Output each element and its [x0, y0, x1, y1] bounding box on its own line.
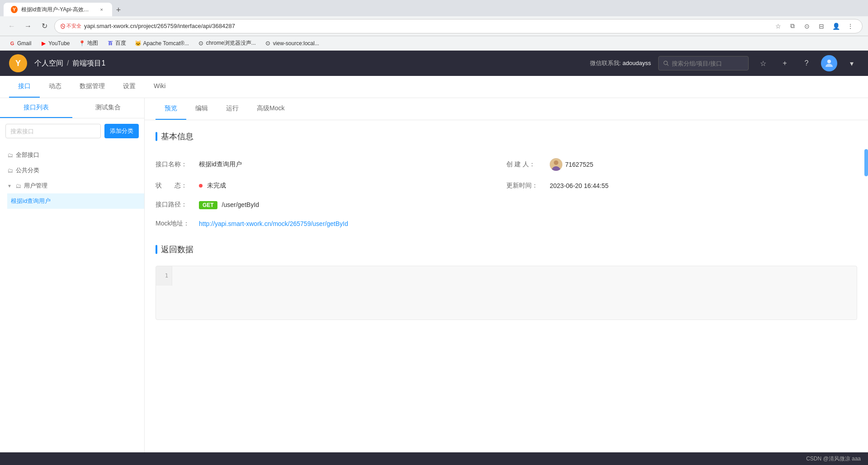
mock-label: Mock地址：: [156, 220, 192, 228]
tab-title: 根据id查询用户-YApi-高效、易...: [21, 6, 93, 14]
app-header: Y 个人空间 / 前端项目1 微信联系我: adoudayss ☆ + ?: [0, 51, 868, 76]
basic-info-grid: 接口名称： 根据id查询用户 创 建 人： 71627525: [156, 153, 857, 233]
breadcrumb-part1: 个人空间: [34, 59, 63, 68]
info-row-mock: Mock地址： http://yapi.smart-xwork.cn/mock/…: [156, 214, 857, 233]
wechat-contact: 微信联系我: adoudayss: [590, 59, 651, 67]
line-numbers: 1: [156, 266, 172, 286]
bookmark-baidu[interactable]: 百 百度: [104, 38, 130, 49]
nav-item-settings[interactable]: 设置: [114, 76, 145, 98]
help-button[interactable]: ?: [799, 56, 814, 70]
bookmark-youtube[interactable]: ▶ YouTube: [37, 38, 73, 48]
breadcrumb-separator: /: [67, 59, 69, 67]
tree-item-all-apis[interactable]: 🗂 全部接口: [0, 147, 144, 163]
sidebar-tabs: 接口列表 测试集合: [0, 98, 144, 118]
creator-avatar: [550, 158, 562, 171]
header-right: 微信联系我: adoudayss ☆ + ? ▾: [590, 55, 859, 71]
info-row-path: 接口路径： GET /user/getById: [156, 195, 506, 214]
panel-tab-preview[interactable]: 预览: [156, 98, 186, 120]
bookmark-chrome-browser[interactable]: ⊙ chrome浏览器没声...: [194, 38, 259, 49]
gmail-icon: G: [9, 40, 15, 47]
bookmark-maps[interactable]: 📍 地图: [75, 38, 102, 49]
mock-url[interactable]: http://yapi.smart-xwork.cn/mock/265759/u…: [199, 220, 348, 227]
bookmark-gmail[interactable]: G Gmail: [5, 38, 35, 48]
breadcrumb: 个人空间 / 前端项目1: [34, 59, 105, 68]
bookmark-view-source[interactable]: ⊙ view-source:local...: [261, 38, 323, 48]
url-text: yapi.smart-xwork.cn/project/265759/inter…: [84, 23, 235, 29]
tree-item-label: 根据id查询用户: [11, 197, 51, 205]
bookmark-tomcat[interactable]: 🐱 Apache Tomcat®...: [132, 38, 193, 48]
active-tab[interactable]: Y 根据id查询用户-YApi-高效、易... ×: [4, 3, 112, 16]
tree-item-public[interactable]: 🗂 公共分类: [0, 163, 144, 178]
address-bar: ← → ↻ 不安全 yapi.smart-xwork.cn/project/26…: [0, 16, 868, 36]
bookmark-star-button[interactable]: ☆: [772, 20, 784, 33]
dropdown-arrow[interactable]: ▾: [844, 56, 859, 70]
split-screen-button[interactable]: ⊟: [815, 20, 828, 33]
sidebar-tab-test-suite[interactable]: 测试集合: [72, 98, 145, 118]
main-nav: 接口 动态 数据管理 设置 Wiki: [0, 76, 868, 98]
search-icon: [663, 60, 669, 66]
back-button[interactable]: ←: [5, 20, 18, 33]
basic-info-section-title: 基本信息: [156, 131, 857, 142]
content-area: 接口列表 测试集合 添加分类 🗂 全部接口 🗂 公共分类: [0, 98, 868, 452]
svg-point-1: [664, 61, 667, 65]
tab-close-button[interactable]: ×: [98, 6, 105, 13]
extensions-button[interactable]: ⧉: [786, 20, 799, 33]
panel-tabs: 预览 编辑 运行 高级Mock: [145, 98, 868, 120]
star-button[interactable]: ☆: [756, 56, 770, 70]
panel-tab-edit[interactable]: 编辑: [186, 98, 217, 120]
sidebar-search-area: 添加分类: [0, 118, 144, 144]
maps-icon: 📍: [79, 40, 85, 47]
bookmarks-bar: G Gmail ▶ YouTube 📍 地图 百 百度 🐱 Apache Tom…: [0, 36, 868, 51]
svg-line-0: [62, 25, 64, 27]
nav-item-wiki[interactable]: Wiki: [145, 76, 175, 98]
info-row-updated: 更新时间： 2023-06-20 16:44:55: [506, 176, 857, 195]
right-scrollbar[interactable]: [864, 149, 868, 176]
status-dot: [199, 184, 203, 188]
api-name-label: 接口名称：: [156, 160, 192, 169]
status-label: 状 态：: [156, 182, 192, 190]
youtube-icon: ▶: [40, 40, 47, 47]
url-bar[interactable]: 不安全 yapi.smart-xwork.cn/project/265759/i…: [54, 19, 863, 33]
code-content: [156, 266, 857, 277]
user-avatar[interactable]: [821, 55, 837, 71]
path-value: GET /user/getById: [199, 201, 259, 208]
breadcrumb-part2: 前端项目1: [72, 59, 105, 68]
add-category-button[interactable]: 添加分类: [104, 124, 139, 138]
nav-item-api[interactable]: 接口: [9, 76, 40, 98]
forward-button[interactable]: →: [22, 20, 34, 33]
section-bar: [156, 245, 157, 254]
bottom-bar: CSDN @清风微凉 aaa: [0, 452, 868, 465]
profile-button[interactable]: ⊙: [801, 20, 813, 33]
path-label: 接口路径：: [156, 201, 192, 209]
sidebar-tab-api-list[interactable]: 接口列表: [0, 98, 72, 118]
panel-tab-run[interactable]: 运行: [217, 98, 248, 120]
tree-item-label: 全部接口: [16, 151, 39, 159]
folder-icon: 🗂: [7, 167, 13, 174]
tab-favicon: Y: [11, 6, 18, 13]
tree-item-user-mgmt[interactable]: ▼ 🗂 用户管理: [0, 178, 144, 193]
account-button[interactable]: 👤: [830, 20, 842, 33]
nav-item-data[interactable]: 数据管理: [71, 76, 114, 98]
new-tab-button[interactable]: +: [112, 4, 125, 16]
svg-point-5: [554, 160, 558, 165]
info-row-creator: 创 建 人： 71627525: [506, 153, 857, 176]
sidebar-search-input[interactable]: [5, 124, 101, 138]
refresh-button[interactable]: ↻: [38, 20, 51, 33]
nav-item-dynamic[interactable]: 动态: [40, 76, 71, 98]
header-search[interactable]: [658, 56, 749, 70]
creator-info: 71627525: [550, 158, 593, 171]
browser-frame: Y 根据id查询用户-YApi-高效、易... × + ← → ↻ 不安全 ya…: [0, 0, 868, 465]
menu-button[interactable]: ⋮: [844, 20, 857, 33]
panel-tab-advanced-mock[interactable]: 高级Mock: [248, 98, 293, 120]
tree-children-user-mgmt: 根据id查询用户: [0, 193, 144, 209]
tree-item-query-by-id[interactable]: 根据id查询用户: [7, 193, 144, 209]
sidebar: 接口列表 测试集合 添加分类 🗂 全部接口 🗂 公共分类: [0, 98, 145, 452]
header-search-input[interactable]: [672, 60, 744, 67]
tree-item-label: 公共分类: [16, 166, 39, 174]
bottom-text: CSDN @清风微凉 aaa: [806, 455, 861, 463]
add-button[interactable]: +: [778, 56, 792, 70]
info-row-status: 状 态： 未完成: [156, 176, 506, 195]
main-panel: 预览 编辑 运行 高级Mock 基本信息 接口名称：: [145, 98, 868, 452]
api-name-value: 根据id查询用户: [199, 160, 242, 169]
updated-value: 2023-06-20 16:44:55: [550, 182, 609, 189]
